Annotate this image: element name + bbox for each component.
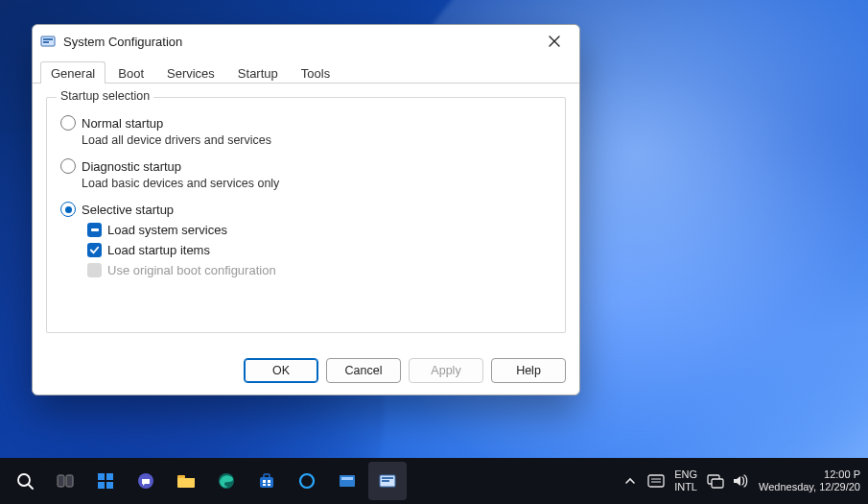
tab-startup[interactable]: Startup bbox=[227, 61, 289, 84]
checkbox-disabled-icon bbox=[87, 263, 102, 277]
subopt-load-system-services[interactable]: Load system services bbox=[87, 223, 551, 237]
system-configuration-window: System Configuration General Boot Servic… bbox=[32, 24, 580, 396]
checkbox-checked-icon[interactable] bbox=[87, 243, 102, 257]
svg-rect-5 bbox=[58, 475, 64, 487]
startup-selection-group: Startup selection Normal startup Load al… bbox=[46, 97, 566, 333]
option-desc: Load all device drivers and services bbox=[82, 133, 551, 147]
language-indicator[interactable]: ENG INTL bbox=[674, 468, 697, 493]
cancel-button[interactable]: Cancel bbox=[326, 358, 401, 383]
radio-icon[interactable] bbox=[60, 115, 76, 131]
svg-point-20 bbox=[300, 474, 314, 488]
subopt-use-original-boot: Use original boot configuration bbox=[87, 263, 551, 277]
network-icon[interactable] bbox=[707, 473, 724, 489]
app-icon[interactable] bbox=[328, 462, 366, 500]
option-selective-startup[interactable]: Selective startup Load system services L… bbox=[60, 202, 551, 277]
tab-boot[interactable]: Boot bbox=[107, 61, 154, 84]
selective-suboptions: Load system services Load startup items … bbox=[87, 223, 551, 277]
option-desc: Load basic devices and services only bbox=[82, 177, 551, 190]
store-icon[interactable] bbox=[247, 462, 286, 500]
radio-icon[interactable] bbox=[60, 202, 76, 217]
tray-overflow-icon[interactable] bbox=[622, 473, 638, 489]
dialog-body: Startup selection Normal startup Load al… bbox=[33, 84, 579, 352]
svg-rect-10 bbox=[106, 482, 113, 489]
svg-rect-25 bbox=[382, 480, 389, 482]
tab-services[interactable]: Services bbox=[156, 61, 225, 84]
svg-rect-15 bbox=[264, 474, 270, 478]
chat-icon[interactable] bbox=[127, 462, 165, 500]
svg-rect-21 bbox=[340, 475, 355, 487]
volume-icon[interactable] bbox=[732, 473, 749, 489]
subopt-load-startup-items[interactable]: Load startup items bbox=[87, 243, 551, 257]
clock-date: Wednesday, 12/29/20 bbox=[759, 481, 860, 493]
checkbox-indeterminate-icon[interactable] bbox=[87, 223, 102, 237]
tab-general[interactable]: General bbox=[40, 61, 106, 84]
help-button[interactable]: Help bbox=[491, 358, 566, 383]
search-icon[interactable] bbox=[6, 462, 44, 500]
svg-rect-1 bbox=[43, 38, 53, 40]
subopt-label: Use original boot configuration bbox=[107, 263, 276, 277]
dialog-buttons: OK Cancel Apply Help bbox=[33, 352, 579, 395]
fieldset-legend: Startup selection bbox=[57, 89, 153, 103]
task-view-icon[interactable] bbox=[46, 462, 84, 500]
clock-time: 12:00 P bbox=[759, 468, 860, 481]
keyboard-icon[interactable] bbox=[647, 474, 665, 488]
titlebar[interactable]: System Configuration bbox=[33, 25, 579, 58]
taskbar-left bbox=[0, 462, 407, 500]
taskbar-tray: ENG INTL 12:00 P Wednesday, 12/29/20 bbox=[622, 468, 868, 493]
tab-tools[interactable]: Tools bbox=[291, 61, 340, 84]
lang-top: ENG bbox=[674, 468, 697, 481]
svg-point-3 bbox=[18, 474, 30, 486]
msconfig-taskbar-icon[interactable] bbox=[368, 462, 407, 500]
msconfig-icon bbox=[40, 34, 56, 49]
option-label: Normal startup bbox=[82, 116, 163, 131]
tab-strip: General Boot Services Startup Tools bbox=[33, 58, 579, 84]
svg-line-4 bbox=[29, 485, 33, 489]
option-label: Selective startup bbox=[82, 203, 174, 217]
svg-rect-19 bbox=[268, 484, 270, 486]
svg-rect-22 bbox=[341, 477, 353, 480]
subopt-label: Load system services bbox=[107, 223, 227, 237]
subopt-label: Load startup items bbox=[107, 243, 210, 257]
svg-rect-24 bbox=[382, 477, 393, 479]
svg-rect-16 bbox=[263, 480, 266, 483]
svg-rect-17 bbox=[268, 480, 270, 483]
svg-rect-26 bbox=[648, 475, 664, 487]
close-button[interactable] bbox=[533, 27, 575, 56]
svg-rect-6 bbox=[66, 475, 73, 487]
svg-rect-8 bbox=[106, 473, 113, 480]
lang-bottom: INTL bbox=[674, 481, 697, 493]
svg-rect-9 bbox=[98, 482, 105, 489]
taskbar-clock[interactable]: 12:00 P Wednesday, 12/29/20 bbox=[759, 468, 860, 493]
svg-rect-18 bbox=[263, 484, 266, 486]
radio-icon[interactable] bbox=[60, 158, 76, 174]
edge-icon[interactable] bbox=[207, 462, 246, 500]
svg-rect-30 bbox=[712, 479, 723, 488]
svg-rect-12 bbox=[177, 475, 185, 478]
window-title: System Configuration bbox=[63, 35, 533, 49]
option-normal-startup[interactable]: Normal startup Load all device drivers a… bbox=[60, 115, 551, 147]
svg-rect-2 bbox=[43, 41, 49, 43]
cortana-icon[interactable] bbox=[288, 462, 326, 500]
widgets-icon[interactable] bbox=[86, 462, 125, 500]
file-explorer-icon[interactable] bbox=[167, 462, 205, 500]
ok-button[interactable]: OK bbox=[244, 358, 318, 383]
apply-button: Apply bbox=[409, 358, 483, 383]
tray-status-icons[interactable] bbox=[707, 473, 749, 489]
taskbar[interactable]: ENG INTL 12:00 P Wednesday, 12/29/20 bbox=[0, 458, 868, 504]
svg-rect-7 bbox=[98, 473, 105, 480]
option-label: Diagnostic startup bbox=[82, 159, 181, 174]
option-diagnostic-startup[interactable]: Diagnostic startup Load basic devices an… bbox=[60, 158, 551, 190]
